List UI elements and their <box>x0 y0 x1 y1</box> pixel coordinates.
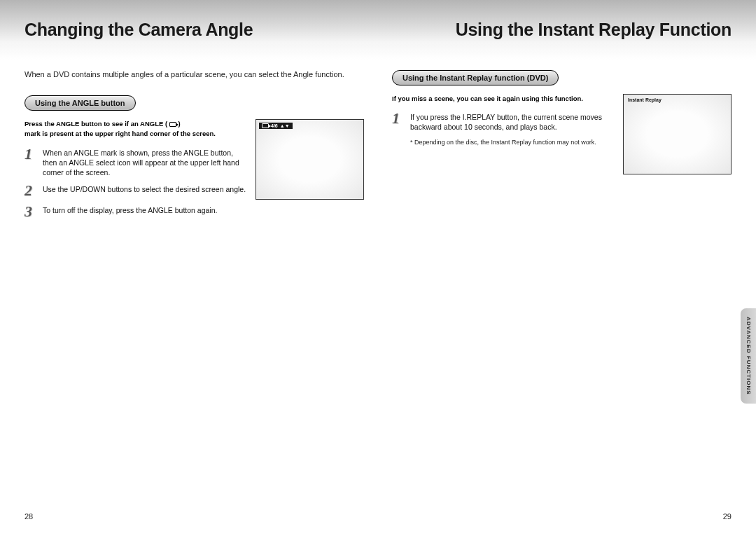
title-right: Using the Instant Replay Function <box>456 20 732 40</box>
title-left: Changing the Camera Angle <box>24 20 253 40</box>
section-body-left: Press the ANGLE button to see if an ANGL… <box>24 119 364 225</box>
camera-icon <box>169 122 176 127</box>
step-1-left: 1 When an ANGLE mark is shown, press the… <box>24 146 247 178</box>
step-3-left: 3 To turn off the display, press the ANG… <box>24 204 247 219</box>
bold-intro-part2: ) <box>178 120 180 128</box>
page-number-right: 29 <box>723 512 732 521</box>
text-column-left: Press the ANGLE button to see if an ANGL… <box>24 119 247 225</box>
content-area: When a DVD contains multiple angles of a… <box>0 60 756 508</box>
section-tab: ADVANCED FUNCTIONS <box>741 308 756 404</box>
intro-text: When a DVD contains multiple angles of a… <box>24 70 364 78</box>
section-body-right: If you miss a scene, you can see it agai… <box>392 94 732 174</box>
step-number: 3 <box>24 204 37 219</box>
page-footer: 28 29 <box>24 512 732 521</box>
section-pill-replay: Using the Instant Replay function (DVD) <box>392 70 559 85</box>
angle-counter: 4/6 <box>271 123 278 128</box>
up-down-icon: ▲▼ <box>280 123 290 128</box>
step-text: To turn off the display, press the ANGLE… <box>43 204 217 215</box>
screen-preview-replay: Instant Replay <box>623 94 732 174</box>
bold-intro-left: Press the ANGLE button to see if an ANGL… <box>24 119 247 139</box>
step-text: Use the UP/DOWN buttons to select the de… <box>43 183 246 194</box>
section-pill-angle: Using the ANGLE button <box>24 95 136 111</box>
footnote: * Depending on the disc, the Instant Rep… <box>410 138 615 147</box>
camera-icon <box>262 123 269 128</box>
step-2-left: 2 Use the UP/DOWN buttons to select the … <box>24 183 247 198</box>
step-number: 1 <box>24 146 37 162</box>
step-1-right: 1 If you press the I.REPLAY button, the … <box>392 111 615 132</box>
bold-intro-part1: Press the ANGLE button to see if an ANGL… <box>24 120 167 128</box>
step-text: If you press the I.REPLAY button, the cu… <box>410 111 615 132</box>
page-header: Changing the Camera Angle Using the Inst… <box>0 0 756 60</box>
screen-preview-angle: 4/6 ▲▼ <box>255 119 364 200</box>
step-number: 2 <box>24 183 37 198</box>
left-column: When a DVD contains multiple angles of a… <box>24 70 364 508</box>
replay-label: Instant Replay <box>628 97 662 102</box>
right-column: Using the Instant Replay function (DVD) … <box>392 70 732 508</box>
screen-overlay-angle: 4/6 ▲▼ <box>259 123 293 129</box>
page-number-left: 28 <box>24 512 33 521</box>
step-number: 1 <box>392 111 405 126</box>
bold-intro-right: If you miss a scene, you can see it agai… <box>392 94 615 104</box>
text-column-right: If you miss a scene, you can see it agai… <box>392 94 615 146</box>
bold-intro-part3: mark is present at the upper right hand … <box>24 130 216 137</box>
step-text: When an ANGLE mark is shown, press the A… <box>43 146 247 178</box>
